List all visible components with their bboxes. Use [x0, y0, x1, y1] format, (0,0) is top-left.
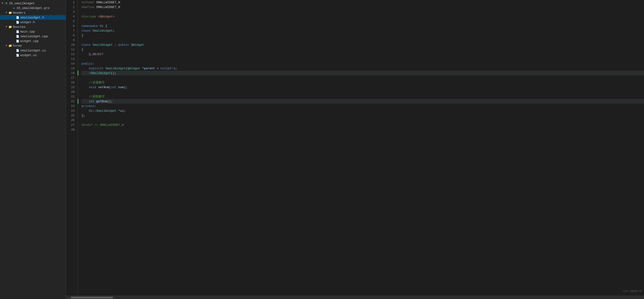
token-smallwidget-10: SmallWidget [92, 43, 113, 47]
token-qwidget-15: QWidget [128, 67, 140, 70]
widget-h-icon: 📄 [16, 20, 20, 24]
headers-arrow [5, 11, 8, 14]
line-num-16: 16 [68, 71, 75, 75]
sidebar: ⚙ 18_smallWidget ⚙ 18_smallWidget.pro 📁 … [0, 0, 66, 299]
tree-forms-folder[interactable]: 📁 Forms [0, 43, 66, 48]
code-line-22: int getNum(); [82, 99, 644, 104]
sources-arrow [5, 25, 8, 29]
widget-cpp-label: widget.cpp [20, 39, 38, 43]
line-num-7: 7 [68, 28, 75, 33]
token-explicit: explicit [89, 67, 103, 70]
widget-ui-icon: 📄 [16, 53, 20, 57]
code-line-6: namespace Ui { [82, 24, 644, 28]
line-num-19: 19 [68, 85, 75, 90]
token-class-7: class [82, 29, 91, 33]
code-content[interactable]: #ifndef SMALLWIDGET_H #define SMALLWIDGE… [78, 0, 644, 296]
line-num-18: 18 [68, 80, 75, 85]
code-line-12: Q_OBJECT [82, 52, 644, 57]
line-num-15: 15 [68, 66, 75, 71]
code-line-7: class SmallWidget; [82, 28, 644, 33]
tree-main-cpp[interactable]: 📄 main.cpp [0, 29, 66, 34]
code-line-3 [82, 10, 644, 14]
token-ui: Ui [100, 24, 104, 28]
line-num-14: 14 [68, 61, 75, 66]
horizontal-scrollbar[interactable] [66, 296, 644, 299]
code-line-5 [82, 19, 644, 24]
token-int-22: int [89, 100, 94, 103]
widget-ui-label: widget.ui [20, 54, 37, 57]
line-num-23: 23 [68, 104, 75, 108]
token-define: #define [82, 6, 94, 9]
token-num-19: num [118, 86, 124, 89]
token-ui-ptr: ui [120, 109, 124, 113]
tree-widget-cpp[interactable]: 📄 widget.cpp [0, 39, 66, 43]
tree-widget-ui[interactable]: 📄 widget.ui [0, 53, 66, 58]
line-num-22: 22 [68, 99, 75, 104]
token-comment-21: //获取数字 [89, 95, 105, 99]
token-qwidget: <QWidget> [98, 15, 114, 18]
tree-smallwidget-cpp[interactable]: 📄 smallwidget.cpp [0, 34, 66, 39]
code-line-8: } [82, 33, 644, 38]
tree-project[interactable]: ⚙ 18_smallWidget [0, 1, 66, 6]
widget-cpp-icon: 📄 [16, 39, 20, 43]
token-include: #include [82, 15, 96, 18]
line-num-21: 21 [68, 94, 75, 99]
line-num-2: 2 [68, 5, 75, 10]
code-line-20 [82, 90, 644, 94]
code-line-13 [82, 57, 644, 61]
scrollbar-thumb[interactable] [71, 297, 113, 298]
main-cpp-icon: 📄 [16, 30, 20, 34]
token-private-23: private [82, 104, 94, 108]
line-num-27: 27 [68, 123, 75, 127]
token-smallwidget-16: SmallWidget [91, 71, 111, 75]
line-num-8: 8 [68, 33, 75, 38]
code-line-9 [82, 38, 644, 43]
forms-label: Forms [13, 44, 22, 48]
watermark: CSDN @抚摩少女 [622, 289, 642, 293]
tree-sources-folder[interactable]: 📁 Sources [0, 25, 66, 29]
code-line-24: Ui::SmallWidget *ui; [82, 108, 644, 113]
tree-headers-folder[interactable]: 📁 Headers [0, 10, 66, 15]
smallwidget-ui-label: smallwidget.ui [20, 49, 46, 52]
line-num-26: 26 [68, 118, 75, 123]
tree-smallwidget-ui[interactable]: 📄 smallwidget.ui [0, 48, 66, 53]
token-qobject: Q_OBJECT [89, 53, 103, 56]
line-num-4: 4 [68, 14, 75, 19]
token-public-14: public [82, 62, 92, 66]
pro-file-label: 18_smallWidget.pro [16, 6, 50, 10]
code-line-14: public: [82, 61, 644, 66]
code-line-16: ~SmallWidget(); [82, 71, 644, 75]
token-class-10: class [82, 43, 91, 47]
line-num-5: 5 [68, 19, 75, 24]
widget-h-label: widget.h [20, 21, 35, 24]
line-num-25: 25 [68, 113, 75, 118]
forms-arrow [5, 44, 8, 47]
line-num-20: 20 [68, 90, 75, 94]
code-line-18: //设置数字 [82, 80, 644, 85]
smallwidget-h-icon: 📄 [16, 16, 20, 19]
token-smallwidget-7: SmallWidget [92, 29, 113, 33]
line-num-1: 1 [68, 0, 75, 5]
tree-smallwidget-h[interactable]: 📄 smallwidget.h [0, 15, 66, 20]
tree-widget-h[interactable]: 📄 widget.h [0, 20, 66, 25]
token-endif: #endif [82, 123, 92, 127]
line-num-6: ▼6 [68, 24, 75, 28]
line-num-17: 17 [68, 75, 75, 80]
code-line-28 [82, 127, 644, 132]
code-line-2: #define SMALLWIDGET_H [82, 5, 644, 10]
code-line-1: #ifndef SMALLWIDGET_H [82, 0, 644, 5]
line-numbers: 1 2 3 4 5 ▼6 7 8 9 ▼10 11 12 13 14 15 16… [66, 0, 78, 296]
code-editor[interactable]: 1 2 3 4 5 ▼6 7 8 9 ▼10 11 12 13 14 15 16… [66, 0, 644, 299]
main-cpp-label: main.cpp [20, 30, 35, 34]
code-line-26 [82, 118, 644, 123]
tree-pro-file[interactable]: ⚙ 18_smallWidget.pro [0, 6, 66, 10]
token-comment-27: // SMALLWIDGET_H [94, 123, 124, 127]
pro-icon: ⚙ [12, 6, 16, 10]
line-num-3: 3 [68, 10, 75, 14]
token-parent: parent [144, 67, 155, 70]
code-line-4: #include <QWidget> [82, 14, 644, 19]
project-icon: ⚙ [4, 2, 8, 5]
token-void-19: void [89, 86, 96, 89]
sources-label: Sources [13, 25, 26, 29]
token-namespace: namespace [82, 24, 98, 28]
